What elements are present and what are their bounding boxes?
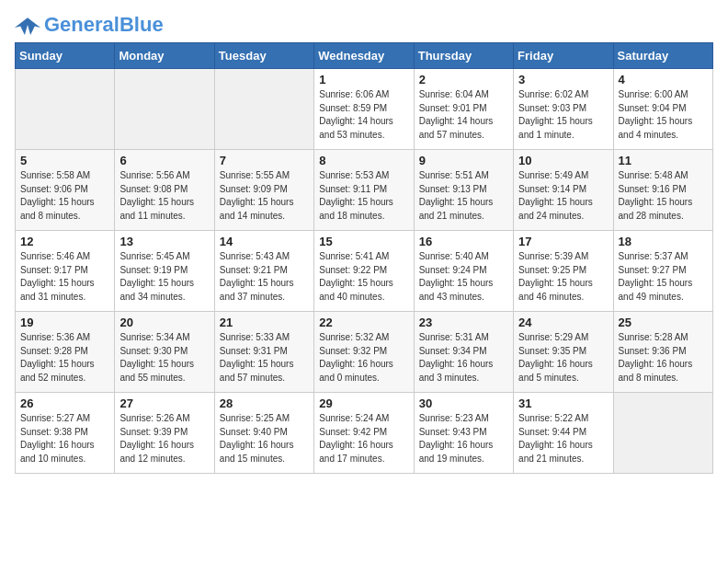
calendar-cell: 22Sunrise: 5:32 AM Sunset: 9:32 PM Dayli… — [314, 312, 414, 393]
day-number: 31 — [518, 396, 608, 410]
weekday-header-row: SundayMondayTuesdayWednesdayThursdayFrid… — [16, 43, 713, 69]
calendar-cell: 26Sunrise: 5:27 AM Sunset: 9:38 PM Dayli… — [16, 393, 115, 474]
calendar-cell: 10Sunrise: 5:49 AM Sunset: 9:14 PM Dayli… — [514, 150, 613, 231]
day-number: 26 — [20, 396, 109, 410]
calendar-cell: 6Sunrise: 5:56 AM Sunset: 9:08 PM Daylig… — [115, 150, 214, 231]
day-info: Sunrise: 6:02 AM Sunset: 9:03 PM Dayligh… — [518, 88, 608, 142]
week-row-1: 1Sunrise: 6:06 AM Sunset: 8:59 PM Daylig… — [16, 69, 713, 150]
calendar-cell — [115, 69, 214, 150]
day-number: 11 — [619, 154, 708, 167]
day-info: Sunrise: 5:48 AM Sunset: 9:16 PM Dayligh… — [619, 169, 708, 223]
day-info: Sunrise: 5:26 AM Sunset: 9:39 PM Dayligh… — [119, 412, 209, 465]
day-info: Sunrise: 6:00 AM Sunset: 9:04 PM Dayligh… — [619, 88, 708, 142]
day-number: 5 — [20, 154, 109, 167]
calendar-cell: 31Sunrise: 5:22 AM Sunset: 9:44 PM Dayli… — [514, 393, 613, 474]
svg-marker-0 — [15, 17, 40, 35]
calendar-cell: 11Sunrise: 5:48 AM Sunset: 9:16 PM Dayli… — [613, 150, 712, 231]
day-number: 30 — [419, 396, 508, 410]
day-info: Sunrise: 5:31 AM Sunset: 9:34 PM Dayligh… — [419, 331, 508, 385]
day-number: 15 — [319, 235, 408, 248]
day-number: 14 — [220, 235, 309, 248]
day-number: 3 — [518, 73, 608, 86]
day-number: 6 — [119, 154, 209, 167]
calendar-cell: 19Sunrise: 5:36 AM Sunset: 9:28 PM Dayli… — [16, 312, 115, 393]
day-number: 9 — [419, 154, 508, 167]
day-number: 18 — [619, 235, 708, 248]
day-number: 29 — [319, 396, 408, 410]
calendar-cell: 20Sunrise: 5:34 AM Sunset: 9:30 PM Dayli… — [115, 312, 214, 393]
logo: GeneralBlue — [15, 15, 164, 35]
day-info: Sunrise: 5:33 AM Sunset: 9:31 PM Dayligh… — [220, 331, 309, 385]
day-info: Sunrise: 5:43 AM Sunset: 9:21 PM Dayligh… — [220, 250, 309, 304]
day-info: Sunrise: 6:04 AM Sunset: 9:01 PM Dayligh… — [419, 88, 508, 142]
day-number: 4 — [619, 73, 708, 86]
day-number: 12 — [20, 235, 109, 248]
day-number: 7 — [220, 154, 309, 167]
day-info: Sunrise: 5:41 AM Sunset: 9:22 PM Dayligh… — [319, 250, 408, 304]
logo-icon — [15, 15, 40, 35]
day-info: Sunrise: 5:40 AM Sunset: 9:24 PM Dayligh… — [419, 250, 508, 304]
calendar-cell: 24Sunrise: 5:29 AM Sunset: 9:35 PM Dayli… — [514, 312, 613, 393]
day-info: Sunrise: 5:34 AM Sunset: 9:30 PM Dayligh… — [119, 331, 209, 385]
day-info: Sunrise: 5:53 AM Sunset: 9:11 PM Dayligh… — [319, 169, 408, 223]
day-number: 28 — [220, 396, 309, 410]
calendar-cell: 27Sunrise: 5:26 AM Sunset: 9:39 PM Dayli… — [115, 393, 214, 474]
day-info: Sunrise: 5:39 AM Sunset: 9:25 PM Dayligh… — [518, 250, 608, 304]
weekday-header-sunday: Sunday — [16, 43, 115, 69]
day-info: Sunrise: 5:37 AM Sunset: 9:27 PM Dayligh… — [619, 250, 708, 304]
day-info: Sunrise: 5:27 AM Sunset: 9:38 PM Dayligh… — [20, 412, 109, 465]
day-number: 8 — [319, 154, 408, 167]
day-number: 21 — [220, 316, 309, 329]
calendar-cell: 5Sunrise: 5:58 AM Sunset: 9:06 PM Daylig… — [16, 150, 115, 231]
day-number: 2 — [419, 73, 508, 86]
day-number: 17 — [518, 235, 608, 248]
calendar-cell: 21Sunrise: 5:33 AM Sunset: 9:31 PM Dayli… — [214, 312, 313, 393]
day-number: 27 — [119, 396, 209, 410]
calendar-cell: 28Sunrise: 5:25 AM Sunset: 9:40 PM Dayli… — [214, 393, 313, 474]
calendar-cell: 13Sunrise: 5:45 AM Sunset: 9:19 PM Dayli… — [115, 231, 214, 312]
day-info: Sunrise: 5:36 AM Sunset: 9:28 PM Dayligh… — [20, 331, 109, 385]
weekday-header-monday: Monday — [115, 43, 214, 69]
day-info: Sunrise: 5:55 AM Sunset: 9:09 PM Dayligh… — [220, 169, 309, 223]
day-number: 23 — [419, 316, 508, 329]
calendar-cell — [16, 69, 115, 150]
week-row-5: 26Sunrise: 5:27 AM Sunset: 9:38 PM Dayli… — [16, 393, 713, 474]
calendar-cell: 4Sunrise: 6:00 AM Sunset: 9:04 PM Daylig… — [613, 69, 712, 150]
day-number: 10 — [518, 154, 608, 167]
day-number: 13 — [119, 235, 209, 248]
day-info: Sunrise: 5:51 AM Sunset: 9:13 PM Dayligh… — [419, 169, 508, 223]
week-row-3: 12Sunrise: 5:46 AM Sunset: 9:17 PM Dayli… — [16, 231, 713, 312]
day-number: 22 — [319, 316, 408, 329]
day-info: Sunrise: 5:58 AM Sunset: 9:06 PM Dayligh… — [20, 169, 109, 223]
day-number: 25 — [619, 316, 708, 329]
weekday-header-wednesday: Wednesday — [314, 43, 414, 69]
day-info: Sunrise: 6:06 AM Sunset: 8:59 PM Dayligh… — [319, 88, 408, 142]
weekday-header-tuesday: Tuesday — [214, 43, 313, 69]
day-info: Sunrise: 5:49 AM Sunset: 9:14 PM Dayligh… — [518, 169, 608, 223]
day-number: 1 — [319, 73, 408, 86]
day-number: 16 — [419, 235, 508, 248]
day-info: Sunrise: 5:28 AM Sunset: 9:36 PM Dayligh… — [619, 331, 708, 385]
week-row-2: 5Sunrise: 5:58 AM Sunset: 9:06 PM Daylig… — [16, 150, 713, 231]
calendar-cell — [613, 393, 712, 474]
calendar-table: SundayMondayTuesdayWednesdayThursdayFrid… — [15, 42, 713, 474]
calendar-cell: 30Sunrise: 5:23 AM Sunset: 9:43 PM Dayli… — [414, 393, 513, 474]
calendar-cell: 8Sunrise: 5:53 AM Sunset: 9:11 PM Daylig… — [314, 150, 414, 231]
day-info: Sunrise: 5:25 AM Sunset: 9:40 PM Dayligh… — [220, 412, 309, 465]
day-info: Sunrise: 5:24 AM Sunset: 9:42 PM Dayligh… — [319, 412, 408, 465]
weekday-header-saturday: Saturday — [613, 43, 712, 69]
day-info: Sunrise: 5:29 AM Sunset: 9:35 PM Dayligh… — [518, 331, 608, 385]
calendar-cell: 3Sunrise: 6:02 AM Sunset: 9:03 PM Daylig… — [514, 69, 613, 150]
calendar-cell: 7Sunrise: 5:55 AM Sunset: 9:09 PM Daylig… — [214, 150, 313, 231]
calendar-cell: 1Sunrise: 6:06 AM Sunset: 8:59 PM Daylig… — [314, 69, 414, 150]
day-info: Sunrise: 5:45 AM Sunset: 9:19 PM Dayligh… — [119, 250, 209, 304]
day-number: 24 — [518, 316, 608, 329]
week-row-4: 19Sunrise: 5:36 AM Sunset: 9:28 PM Dayli… — [16, 312, 713, 393]
day-info: Sunrise: 5:23 AM Sunset: 9:43 PM Dayligh… — [419, 412, 508, 465]
calendar-cell: 2Sunrise: 6:04 AM Sunset: 9:01 PM Daylig… — [414, 69, 513, 150]
day-number: 19 — [20, 316, 109, 329]
calendar-cell: 9Sunrise: 5:51 AM Sunset: 9:13 PM Daylig… — [414, 150, 513, 231]
calendar-cell — [214, 69, 313, 150]
calendar-cell: 17Sunrise: 5:39 AM Sunset: 9:25 PM Dayli… — [514, 231, 613, 312]
day-info: Sunrise: 5:22 AM Sunset: 9:44 PM Dayligh… — [518, 412, 608, 465]
